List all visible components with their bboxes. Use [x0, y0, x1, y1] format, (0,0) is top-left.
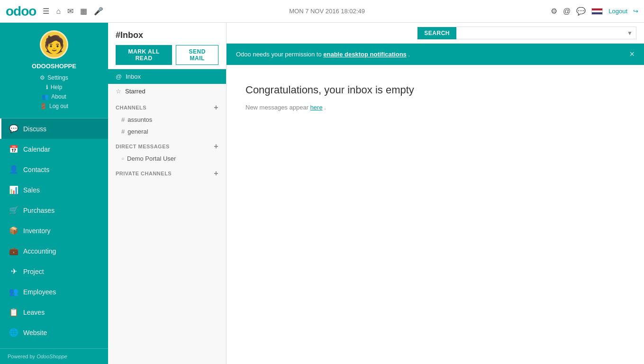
search-bar: SEARCH ▼	[417, 27, 636, 39]
search-button[interactable]: SEARCH	[417, 27, 456, 39]
left-sidebar: 🧑 ODOOSHOPPE ⚙ Settings ℹ Help 👥 About 🚪	[0, 23, 108, 364]
user-menu: ⚙ Settings ℹ Help 👥 About 🚪 Log out	[8, 73, 100, 110]
purchases-icon: 🛒	[9, 206, 18, 215]
nav-item-inventory[interactable]: 📦 Inventory	[0, 220, 108, 241]
notification-link[interactable]: enable desktop notifications	[323, 51, 407, 58]
hamburger-icon[interactable]: ☰	[43, 7, 49, 16]
project-icon: ✈	[9, 267, 18, 276]
about-menu-item[interactable]: 👥 About	[42, 92, 66, 101]
logout-menu-item[interactable]: 🚪 Log out	[40, 102, 68, 110]
direct-messages-add-button[interactable]: +	[214, 142, 218, 151]
channels-label: CHANNELS	[116, 105, 146, 110]
discuss-buttons: MARK ALL READ SEND MAIL	[116, 45, 218, 65]
channels-section-header: CHANNELS +	[108, 99, 226, 114]
inbox-empty-subtitle: New messages appear here .	[245, 104, 625, 111]
discuss-sidebar: #Inbox MARK ALL READ SEND MAIL @ Inbox ☆…	[108, 23, 227, 364]
settings-label: Settings	[47, 74, 68, 81]
private-channels-section-header: PRIVATE CHANNELS +	[108, 164, 226, 180]
nav-label-leaves: Leaves	[23, 309, 45, 316]
nav-item-website[interactable]: 🌐 Website	[0, 322, 108, 343]
search-dropdown-icon[interactable]: ▼	[627, 30, 633, 36]
starred-item[interactable]: ☆ Starred	[108, 84, 226, 99]
top-bar: odoo ☰ ⌂ ✉ ▦ 🎤 MON 7 NOV 2016 18:02:49 ⚙…	[0, 0, 644, 23]
hash-icon: #	[121, 128, 125, 135]
nav-item-employees[interactable]: 👥 Employees	[0, 282, 108, 302]
nav-label-employees: Employees	[23, 288, 56, 296]
nav-item-contacts[interactable]: 👤 Contacts	[0, 159, 108, 180]
datetime-display: MON 7 NOV 2016 18:02:49	[289, 8, 365, 15]
main-layout: 🧑 ODOOSHOPPE ⚙ Settings ℹ Help 👥 About 🚪	[0, 23, 644, 364]
nav-item-discuss[interactable]: 💬 Discuss	[0, 118, 108, 139]
nav-item-accounting[interactable]: 💼 Accounting	[0, 241, 108, 261]
direct-messages-label: DIRECT MESSAGES	[116, 144, 170, 149]
nav-item-project[interactable]: ✈ Project	[0, 261, 108, 282]
chat-icon[interactable]: 💬	[576, 7, 586, 16]
notification-banner: Odoo needs your permission to enable des…	[227, 44, 644, 65]
nav-items: 💬 Discuss 📅 Calendar 👤 Contacts 📊 Sales …	[0, 118, 108, 348]
inventory-icon: 📦	[9, 226, 18, 235]
top-bar-right: ⚙ @ 💬 Logout ↪	[551, 7, 638, 16]
logout-door-icon: 🚪	[40, 103, 47, 109]
nav-label-sales: Sales	[23, 186, 40, 194]
channels-add-button[interactable]: +	[214, 103, 218, 112]
channel-assuntos[interactable]: # assuntos	[108, 114, 226, 126]
logout-icon: ↪	[633, 8, 638, 15]
notification-close-button[interactable]: ×	[629, 49, 635, 59]
nav-label-contacts: Contacts	[23, 166, 49, 173]
private-channels-label: PRIVATE CHANNELS	[116, 171, 172, 176]
user-section: 🧑 ODOOSHOPPE ⚙ Settings ℹ Help 👥 About 🚪	[0, 23, 108, 118]
logout-label: Log out	[49, 103, 68, 109]
user-name: ODOOSHOPPE	[32, 63, 76, 70]
nav-item-calendar[interactable]: 📅 Calendar	[0, 139, 108, 159]
inbox-item[interactable]: @ Inbox	[108, 69, 226, 84]
settings-menu-item[interactable]: ⚙ Settings	[40, 73, 68, 82]
starred-label: Starred	[125, 88, 145, 95]
discuss-icon: 💬	[9, 124, 18, 133]
mark-all-read-button[interactable]: MARK ALL READ	[116, 45, 172, 65]
logout-button[interactable]: Logout	[608, 8, 627, 15]
mail-icon[interactable]: ✉	[67, 7, 73, 16]
channel-general[interactable]: # general	[108, 126, 226, 137]
nav-item-leaves[interactable]: 📋 Leaves	[0, 302, 108, 322]
inbox-icon: @	[116, 73, 122, 80]
nav-label-project: Project	[23, 268, 44, 275]
powered-by: Powered by OdooShoppe	[0, 348, 108, 364]
language-flag[interactable]	[591, 8, 603, 15]
nav-item-sales[interactable]: 📊 Sales	[0, 180, 108, 200]
logo-text: odoo	[6, 4, 36, 19]
dm-user-name: Demo Portal User	[127, 155, 176, 162]
starred-icon: ☆	[116, 88, 121, 95]
help-menu-item[interactable]: ℹ Help	[46, 83, 63, 91]
gear-icon[interactable]: ⚙	[551, 7, 557, 16]
nav-item-purchases[interactable]: 🛒 Purchases	[0, 200, 108, 220]
search-input[interactable]	[456, 27, 636, 39]
nav-label-calendar: Calendar	[23, 146, 50, 153]
private-channels-add-button[interactable]: +	[214, 169, 218, 178]
at-icon[interactable]: @	[563, 7, 571, 16]
nav-label-purchases: Purchases	[23, 207, 54, 214]
calendar-icon[interactable]: ▦	[80, 7, 87, 16]
dm-portal-user[interactable]: ○ Demo Portal User	[108, 153, 226, 164]
leaves-icon: 📋	[9, 308, 18, 317]
calendar-nav-icon: 📅	[9, 145, 18, 154]
home-icon[interactable]: ⌂	[56, 7, 61, 16]
avatar: 🧑	[40, 30, 68, 59]
nav-label-accounting: Accounting	[23, 247, 56, 255]
inbox-here-link[interactable]: here	[310, 104, 323, 111]
channel-name: general	[127, 128, 148, 135]
main-content: SEARCH ▼ Odoo needs your permission to e…	[227, 23, 644, 364]
odoo-logo[interactable]: odoo	[6, 4, 36, 19]
content-header: SEARCH ▼	[227, 23, 644, 44]
dm-icon: ○	[121, 156, 124, 161]
inbox-empty-title: Congratulations, your inbox is empty	[245, 84, 625, 96]
about-icon: 👥	[42, 93, 49, 100]
send-mail-button[interactable]: SEND MAIL	[176, 45, 218, 65]
accounting-icon: 💼	[9, 246, 18, 255]
inbox-label: Inbox	[126, 73, 141, 80]
mic-icon[interactable]: 🎤	[94, 7, 103, 16]
nav-label-inventory: Inventory	[23, 227, 51, 235]
search-input-wrap: ▼	[456, 27, 636, 39]
direct-messages-section-header: DIRECT MESSAGES +	[108, 137, 226, 153]
discuss-header: #Inbox MARK ALL READ SEND MAIL	[108, 23, 226, 69]
nav-label-website: Website	[23, 329, 47, 337]
